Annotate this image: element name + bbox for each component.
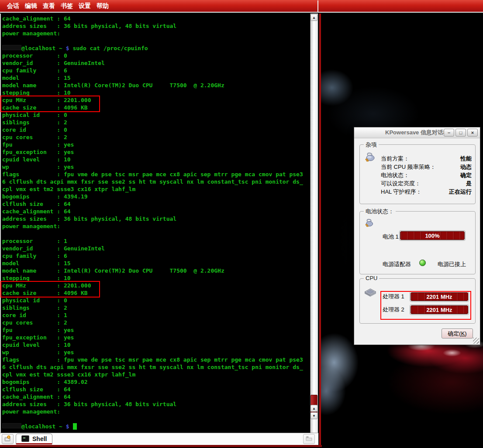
info-row: 可以设定亮度：是 [381, 179, 472, 188]
terminal-menubar: 会话编辑查看书签设置帮助 [0, 0, 483, 13]
terminal-window-right-border [318, 14, 321, 446]
misc-rows: 当前方案：性能当前 CPU 频率策略：动态电池状态：确定可以设定亮度：是HAL … [381, 154, 472, 196]
screen: 会话编辑查看书签设置帮助 cache_alignment : 64address… [0, 0, 483, 448]
scroll-up-icon[interactable]: ▲ [310, 405, 317, 412]
redacted-username [2, 423, 21, 428]
new-session-button[interactable] [2, 434, 14, 444]
new-session-icon [4, 435, 11, 444]
misc-group-legend: 杂项 [364, 141, 379, 149]
info-value: 性能 [460, 155, 472, 163]
terminal-window-bottom-border [0, 445, 322, 447]
shell-terminal-icon [21, 435, 29, 442]
info-label: 当前 CPU 频率策略： [381, 163, 436, 171]
info-label: 可以设定亮度： [381, 180, 421, 188]
power-adapter-label: 电源适配器 [383, 260, 411, 268]
misc-group: 杂项 当前方案：性能当前 CPU 频率策略：动态电池状态：确定可以设定亮度：是H… [359, 144, 476, 204]
detach-session-icon [305, 435, 313, 443]
info-row: 当前方案：性能 [381, 154, 472, 163]
battery-progress-bar: 100% [399, 230, 466, 241]
battery-1-label: 电池 1 [383, 233, 399, 241]
power-adapter-status: 电源已接上 [438, 260, 466, 268]
menu-item[interactable]: 会话 [7, 2, 19, 10]
detach-session-button[interactable] [303, 434, 315, 444]
minimize-button[interactable]: – [444, 129, 454, 137]
scroll-up-icon[interactable]: ▲ [310, 14, 317, 21]
terminal-output[interactable]: cache_alignment : 64address sizes : 36 b… [2, 15, 310, 430]
info-value: 正在运行 [449, 188, 472, 196]
menu-item[interactable]: 设置 [79, 2, 91, 10]
cpu-mhz-highlight-box-2 [0, 281, 100, 298]
cpu-chip-icon [364, 288, 376, 299]
kpowersave-dialog: KPowersave 信息对话框 – □ × 杂项 当前方案：性能当前 CPU … [354, 127, 480, 345]
cpu-mhz-highlight-box-1 [0, 96, 100, 112]
terminal-window[interactable]: cache_alignment : 64address sizes : 36 b… [0, 14, 318, 433]
info-value: 是 [466, 180, 472, 188]
info-row: 当前 CPU 频率策略：动态 [381, 163, 472, 171]
terminal-cursor [73, 423, 77, 430]
window-frame-separator [317, 0, 318, 12]
info-label: HAL 守护程序： [381, 188, 421, 196]
ok-button[interactable]: 确定(K) [442, 328, 473, 339]
tab-shell[interactable]: Shell [16, 434, 52, 445]
info-label: 当前方案： [381, 155, 409, 163]
resize-grip[interactable] [473, 338, 479, 344]
terminal-scrollbar[interactable]: ▲ ▲ ▼ [310, 14, 318, 433]
menu-item[interactable]: 编辑 [25, 2, 37, 10]
scroll-down-icon[interactable]: ▼ [310, 412, 317, 419]
close-button[interactable]: × [467, 129, 478, 137]
power-adapter-led-icon [419, 260, 426, 266]
menu-item[interactable]: 查看 [43, 2, 55, 10]
battery-group-legend: 电池状态： [364, 208, 396, 215]
maximize-button[interactable]: □ [455, 129, 466, 137]
shell-tab-label: Shell [32, 435, 47, 442]
redacted-username [2, 45, 21, 50]
power-plug-icon [364, 219, 375, 230]
info-value: 确定 [460, 171, 472, 179]
cpu-frequency-highlight-box [380, 291, 471, 320]
session-tabbar: Shell [0, 433, 318, 445]
dialog-window-buttons: – □ × [444, 129, 478, 137]
battery-group: 电池状态： 电池 1 100% 电源适配器 电源已接上 [359, 211, 476, 274]
info-row: 电池状态：确定 [381, 171, 472, 179]
cpu-group-legend: CPU [364, 275, 379, 281]
info-value: 动态 [460, 163, 472, 171]
info-label: 电池状态： [381, 171, 409, 179]
menu-item[interactable]: 帮助 [97, 2, 109, 10]
info-row: HAL 守护程序：正在运行 [381, 188, 472, 196]
power-plug-icon [364, 152, 376, 164]
battery-percent: 100% [400, 231, 465, 240]
menu-item[interactable]: 书签 [61, 2, 73, 10]
